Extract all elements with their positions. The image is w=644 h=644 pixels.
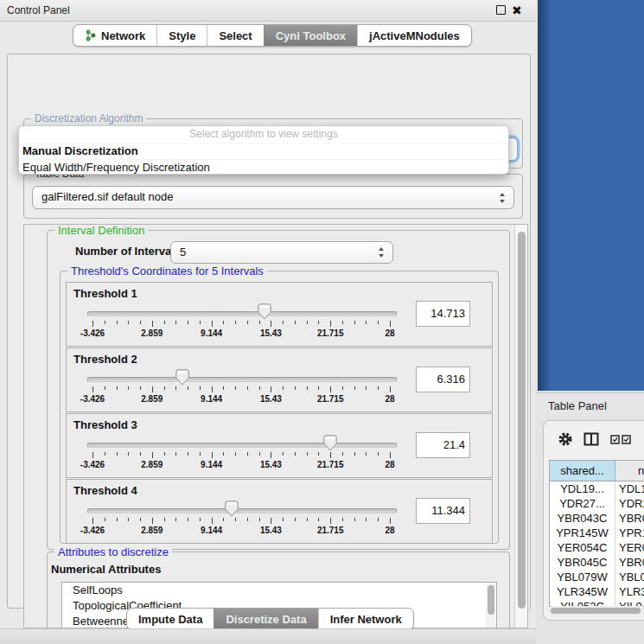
column-header-name[interactable]: n: [615, 461, 644, 481]
tick-mark: [307, 452, 308, 456]
algorithm-options: Manual DiscretizationEqual Width/Frequen…: [19, 143, 508, 175]
tick-mark: [105, 386, 105, 390]
tick-mark: [330, 518, 331, 524]
tick-label: 21.715: [317, 460, 344, 469]
threshold-slider-track[interactable]: [87, 311, 397, 316]
table-row[interactable]: YBL079WYBL0: [550, 570, 644, 584]
table-row[interactable]: YBR043CYBR0: [550, 511, 644, 526]
threshold-slider-track[interactable]: [87, 443, 397, 448]
threshold-value-field[interactable]: 21.4: [416, 432, 470, 458]
table-row[interactable]: YLR345WYLR3: [550, 584, 644, 599]
tab-style[interactable]: Style: [156, 25, 207, 46]
table-row[interactable]: YPR145WYPR1: [550, 526, 644, 540]
tick-mark: [223, 452, 224, 456]
tick-mark: [175, 321, 176, 324]
tick-mark: [235, 452, 236, 456]
tab-network[interactable]: Network: [73, 25, 156, 46]
split-columns-icon[interactable]: [583, 431, 599, 447]
cell-shared-name[interactable]: YER054C: [550, 540, 615, 555]
thresholds-group: Threshold's Coordinates for 5 Intervals …: [60, 271, 499, 544]
tick-mark: [295, 386, 296, 390]
cell-name[interactable]: YER0: [615, 540, 644, 555]
tick-label: -3.426: [80, 328, 105, 338]
float-panel-icon[interactable]: [496, 5, 506, 15]
table-row[interactable]: YDR27...YDR2: [550, 496, 644, 511]
tick-mark: [295, 321, 296, 324]
tab-label: Discretize Data: [226, 613, 306, 626]
threshold-slider-track[interactable]: [87, 508, 397, 513]
tab-cyni-toolbox[interactable]: Cyni Toolbox: [264, 25, 357, 46]
tick-mark: [188, 321, 188, 324]
tick-label: -3.426: [80, 460, 105, 469]
cell-name[interactable]: YDR2: [615, 496, 644, 511]
cell-name[interactable]: YBR0: [615, 511, 644, 526]
algorithm-option-equal-width-frequency-discretization[interactable]: Equal Width/Frequency Discretization: [19, 159, 508, 175]
tick-mark: [117, 386, 118, 390]
threshold-slider-handle[interactable]: [258, 303, 271, 320]
cell-shared-name[interactable]: YLR345W: [550, 584, 615, 599]
threshold-slider-track[interactable]: [87, 377, 397, 382]
settings-scrollbar[interactable]: [514, 225, 527, 628]
tick-mark: [212, 321, 213, 327]
table-data-combo[interactable]: galFiltered.sif default node: [32, 186, 514, 209]
cell-name[interactable]: YBL0: [615, 570, 644, 584]
tick-mark: [271, 386, 271, 392]
table-panel-title: Table Panel: [548, 393, 607, 418]
tab-jactivemnodules[interactable]: jActiveMNodules: [357, 25, 471, 46]
table-row[interactable]: YBR045CYBR0: [550, 555, 644, 570]
control-panel-titlebar: Control Panel ✖: [0, 0, 536, 22]
mode-tab-impute-data[interactable]: Impute Data: [127, 609, 214, 629]
tick-mark: [283, 386, 284, 390]
cell-name[interactable]: YBR0: [615, 555, 644, 570]
cell-name[interactable]: YLR3: [615, 584, 644, 599]
mode-tab-infer-network[interactable]: Infer Network: [318, 609, 413, 629]
column-header-shared[interactable]: shared...: [550, 461, 615, 481]
cell-shared-name[interactable]: YBR045C: [550, 555, 615, 570]
number-of-intervals-combo[interactable]: 5: [170, 241, 393, 264]
cell-shared-name[interactable]: YDR27...: [550, 496, 615, 511]
cell-shared-name[interactable]: YDL19...: [550, 481, 615, 496]
tick-label: 28: [385, 460, 394, 469]
threshold-value-field[interactable]: 6.316: [416, 367, 470, 392]
scrollbar-thumb[interactable]: [488, 585, 494, 615]
checkbox-icon[interactable]: [610, 435, 620, 444]
gear-icon[interactable]: [558, 431, 573, 447]
table-hscrollbar[interactable]: [549, 606, 644, 615]
cell-shared-name[interactable]: YBR043C: [550, 511, 615, 526]
tick-mark: [283, 518, 284, 521]
application-window: Control Panel ✖ NetworkStyleSelectCyni T…: [0, 0, 644, 644]
table-row[interactable]: YDL19...YDL1: [550, 481, 644, 496]
slider-tick-labels: -3.4262.8599.14415.4321.71528: [92, 460, 390, 470]
threshold-slider-handle[interactable]: [323, 435, 337, 451]
threshold-value-field[interactable]: 11.344: [416, 498, 470, 524]
scrollbar-thumb[interactable]: [518, 232, 526, 609]
cyni-toolbox-content: Discretization Algorithm Select algorith…: [7, 54, 531, 609]
threshold-value-field[interactable]: 14.713: [416, 301, 470, 327]
tick-mark: [223, 518, 224, 521]
checkbox-icon[interactable]: [622, 435, 631, 444]
tick-mark: [212, 386, 213, 392]
tick-mark: [223, 386, 224, 390]
scrollbar-thumb[interactable]: [551, 608, 641, 614]
attribute-item-selfloops[interactable]: SelfLoops: [62, 583, 496, 598]
mode-tab-discretize-data[interactable]: Discretize Data: [214, 609, 317, 629]
cell-shared-name[interactable]: YPR145W: [550, 526, 615, 540]
tab-select[interactable]: Select: [207, 25, 263, 46]
cell-name[interactable]: YPR1: [615, 526, 644, 540]
attributes-scrollbar[interactable]: [486, 583, 495, 628]
cell-name[interactable]: YDL1: [615, 481, 644, 496]
slider-ticks: [92, 452, 390, 459]
threshold-panel: Threshold 1 -3.4262.8599.14415.4321.7152…: [66, 282, 493, 347]
close-panel-icon[interactable]: ✖: [512, 1, 522, 20]
threshold-slider-handle[interactable]: [175, 369, 189, 386]
tick-mark: [117, 452, 118, 456]
algorithm-placeholder: Select algorithm to view settings: [19, 126, 508, 143]
tick-label: 9.144: [201, 394, 222, 404]
tick-mark: [92, 518, 93, 524]
algorithm-option-manual-discretization[interactable]: Manual Discretization: [19, 143, 508, 159]
tick-mark: [152, 386, 153, 392]
threshold-slider-handle[interactable]: [225, 501, 239, 517]
interval-definition-label: Interval Definition: [54, 224, 148, 237]
table-row[interactable]: YER054CYER0: [550, 540, 644, 555]
cell-shared-name[interactable]: YBL079W: [550, 570, 615, 584]
